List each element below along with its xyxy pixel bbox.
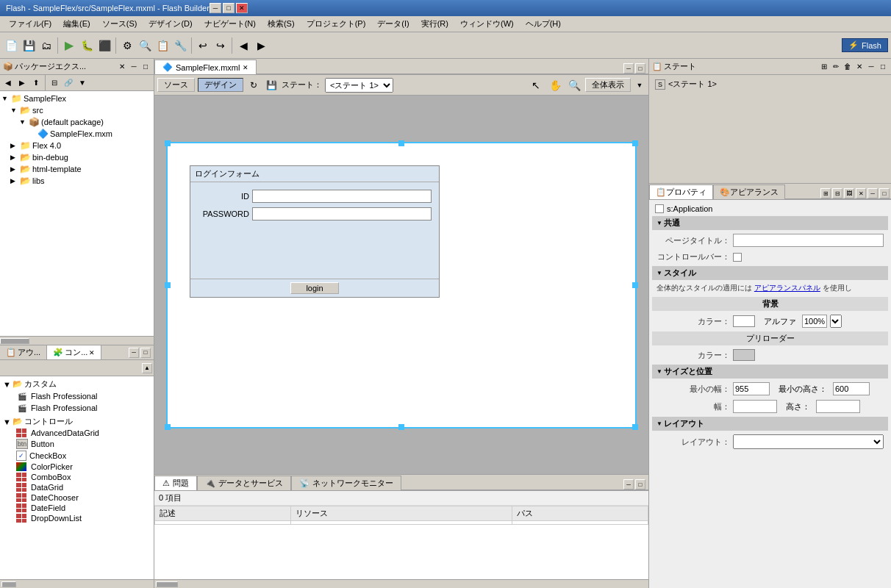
min-width-input[interactable] xyxy=(733,382,770,395)
props-col2-icon[interactable]: ⊟ xyxy=(832,188,842,198)
pkg-back-btn[interactable]: ◀ xyxy=(1,76,15,90)
password-input[interactable] xyxy=(252,207,432,220)
tab-appearance[interactable]: 🎨 アピアランス xyxy=(713,184,785,199)
menu-search[interactable]: 検索(S) xyxy=(262,17,301,31)
comp-item-button[interactable]: btn Button xyxy=(1,438,152,450)
tree-item-flex40[interactable]: ▶ 📁 Flex 4.0 xyxy=(1,140,152,151)
comp-max-btn[interactable]: □ xyxy=(140,348,151,358)
comp-scroll-up[interactable]: ▲ xyxy=(142,363,152,373)
custom-section-header[interactable]: ▼ 📂 カスタム xyxy=(1,378,152,390)
refresh-button[interactable]: ↻ xyxy=(246,78,261,93)
comp-item-checkbox[interactable]: ✓ CheckBox xyxy=(1,450,152,462)
tree-item-default-pkg[interactable]: ▼ 📦 (default package) xyxy=(1,116,152,128)
comp-item-datagrid[interactable]: DataGrid xyxy=(1,482,152,492)
tab-properties[interactable]: 📋 プロパティ xyxy=(649,184,713,199)
layout-select[interactable] xyxy=(733,434,884,449)
save-design-button[interactable]: 💾 xyxy=(264,78,279,93)
comp-item-dropdownlist[interactable]: DropDownList xyxy=(1,513,152,523)
state-view-icon[interactable]: ⊞ xyxy=(819,62,829,72)
canvas-resize-br[interactable] xyxy=(632,424,638,430)
editor-max-btn[interactable]: □ xyxy=(635,63,645,74)
props-close-btn[interactable]: ✕ xyxy=(856,188,866,198)
design-button[interactable]: デザイン xyxy=(198,78,243,92)
preloader-color-swatch[interactable] xyxy=(733,349,755,361)
props-min-btn[interactable]: ─ xyxy=(867,188,878,198)
comp-item-combobox[interactable]: ComboBox xyxy=(1,472,152,482)
state-min-icon[interactable]: ─ xyxy=(866,62,876,72)
toolbar-btn-5[interactable]: 📋 xyxy=(154,37,171,54)
tree-expand-0[interactable]: ▼ xyxy=(1,95,9,102)
canvas-resize-top[interactable] xyxy=(398,140,404,146)
canvas-resize-bottom[interactable] xyxy=(398,424,404,430)
menu-help[interactable]: ヘルプ(H) xyxy=(520,17,567,31)
view-menu-btn[interactable]: ▼ xyxy=(634,78,645,93)
menu-window[interactable]: ウィンドウ(W) xyxy=(454,17,520,31)
controls-section-header[interactable]: ▼ 📂 コントロール xyxy=(1,415,152,428)
toolbar-btn-6[interactable]: 🔧 xyxy=(172,37,188,54)
flash-perspective-button[interactable]: ⚡ Flash xyxy=(842,38,888,52)
tree-expand-6[interactable]: ▶ xyxy=(10,165,18,173)
tab-network-monitor[interactable]: 📡 ネットワークモニター xyxy=(291,476,401,490)
tree-item-sampleflex[interactable]: ▼ 📁 SampleFlex xyxy=(1,93,152,104)
state-select[interactable]: <ステート 1> xyxy=(325,78,393,93)
bottom-min-btn[interactable]: ─ xyxy=(623,479,634,490)
comp-min-btn[interactable]: ─ xyxy=(129,348,139,358)
pkg-max-icon[interactable]: □ xyxy=(140,62,151,72)
bottom-max-btn[interactable]: □ xyxy=(635,479,645,490)
new-button[interactable]: 📄 xyxy=(3,37,19,54)
run-button[interactable]: ▶ xyxy=(61,37,77,54)
state-max-icon[interactable]: □ xyxy=(878,62,888,72)
tab-problems[interactable]: ⚠ 問題 xyxy=(154,476,197,490)
menu-edit[interactable]: 編集(E) xyxy=(57,17,96,31)
comp-item-datefield[interactable]: DateField xyxy=(1,503,152,513)
state-edit-icon[interactable]: ✏ xyxy=(831,62,841,72)
save-all-button[interactable]: 🗂 xyxy=(38,37,54,54)
editor-min-btn[interactable]: ─ xyxy=(623,63,634,74)
state-item-1[interactable]: S <ステート 1> xyxy=(652,78,888,90)
pointer-tool[interactable]: ↖ xyxy=(528,77,544,93)
tab-components[interactable]: 🧩 コン... ✕ xyxy=(47,345,101,359)
stop-button[interactable]: ⬛ xyxy=(96,37,112,54)
pkg-menu-btn[interactable]: ▼ xyxy=(76,76,89,90)
pkg-forward-btn[interactable]: ▶ xyxy=(15,76,29,90)
props-img-icon[interactable]: 🖼 xyxy=(844,188,854,198)
bg-color-swatch[interactable] xyxy=(733,315,755,327)
tab-outline[interactable]: 📋 アウ... xyxy=(0,345,47,359)
control-bar-checkbox[interactable] xyxy=(733,253,742,262)
tree-item-bindebug[interactable]: ▶ 📂 bin-debug xyxy=(1,151,152,163)
comp-scroll-thumb-h[interactable] xyxy=(1,581,16,587)
pkg-up-btn[interactable]: ⬆ xyxy=(29,76,43,90)
menu-navigate[interactable]: ナビゲート(N) xyxy=(198,17,262,31)
pkg-collapse-btn[interactable]: ⊟ xyxy=(48,76,61,90)
tree-expand-2[interactable]: ▼ xyxy=(19,118,26,126)
canvas-resize-left[interactable] xyxy=(165,282,171,288)
toolbar-btn-3[interactable]: ⚙ xyxy=(119,37,135,54)
width-input[interactable] xyxy=(733,400,777,413)
menu-run[interactable]: 実行(R) xyxy=(415,17,454,31)
close-button[interactable]: ✕ xyxy=(236,3,248,13)
id-input[interactable] xyxy=(252,190,432,203)
toolbar-btn-4[interactable]: 🔍 xyxy=(137,37,153,54)
menu-design[interactable]: デザイン(D) xyxy=(143,17,198,31)
menu-source[interactable]: ソース(S) xyxy=(96,17,143,31)
comp-item-flash-2[interactable]: 🎬 Flash Professional xyxy=(1,402,152,414)
debug-button[interactable]: 🐛 xyxy=(79,37,95,54)
comp-item-datechooser[interactable]: DateChooser xyxy=(1,492,152,503)
section-layout[interactable]: ▼ レイアウト xyxy=(652,417,888,431)
tree-item-src[interactable]: ▼ 📂 src xyxy=(1,104,152,116)
toolbar-btn-10[interactable]: ▶ xyxy=(253,37,269,54)
section-size-pos[interactable]: ▼ サイズと位置 xyxy=(652,365,888,379)
comp-item-advdatagrid[interactable]: AdvancedDataGrid xyxy=(1,428,152,438)
min-height-input[interactable] xyxy=(833,382,870,395)
appearance-panel-link[interactable]: アピアランスパネル xyxy=(754,284,820,292)
toolbar-btn-8[interactable]: ↪ xyxy=(212,37,229,54)
tree-expand-5[interactable]: ▶ xyxy=(10,154,18,161)
bottom-scroll-thumb[interactable] xyxy=(156,581,178,587)
save-button[interactable]: 💾 xyxy=(21,37,37,54)
pkg-link-btn[interactable]: 🔗 xyxy=(62,76,75,90)
tree-expand-4[interactable]: ▶ xyxy=(10,142,18,149)
menu-project[interactable]: プロジェクト(P) xyxy=(301,17,372,31)
pkg-min-icon[interactable]: ─ xyxy=(129,62,139,72)
toolbar-btn-9[interactable]: ◀ xyxy=(235,37,251,54)
props-max-btn[interactable]: □ xyxy=(879,188,890,198)
